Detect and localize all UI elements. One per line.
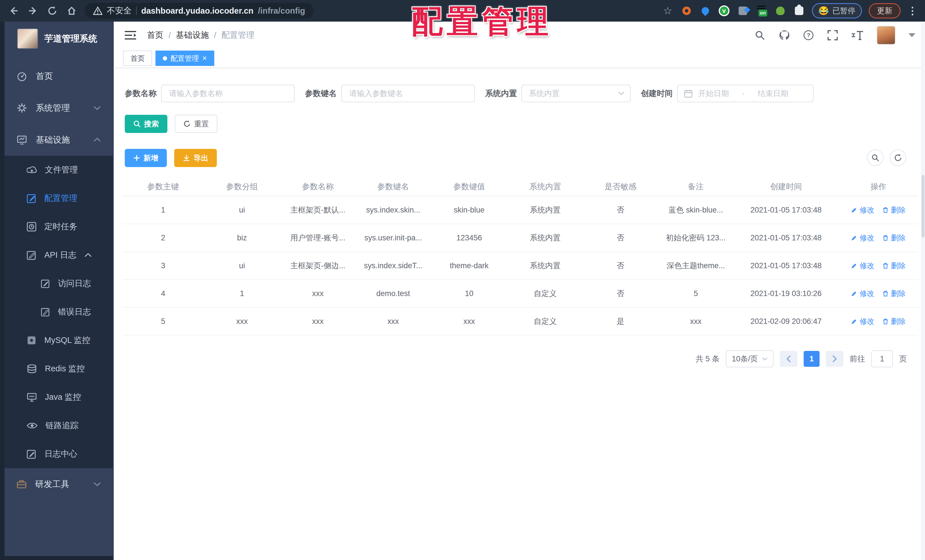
mysql-icon: [27, 336, 36, 345]
page-unit-label: 页: [899, 354, 907, 364]
delete-link[interactable]: 删除: [882, 261, 906, 271]
sidebar-item-home[interactable]: 首页: [5, 60, 113, 92]
table-row: 5xxx xxxxxx xxx自定义 是xxx 2021-02-09 20:06…: [122, 307, 918, 335]
search-icon[interactable]: [755, 30, 765, 41]
page-number-button[interactable]: 1: [804, 351, 820, 367]
sidebar-item-file-management[interactable]: 文件管理: [5, 156, 113, 184]
sidebar-item-tracing[interactable]: 链路追踪: [5, 411, 113, 440]
extension-green-check-icon[interactable]: v: [718, 5, 730, 17]
chevron-up-icon: [93, 137, 101, 142]
sidebar-item-access-log[interactable]: 访问日志: [5, 269, 113, 298]
eye-icon: [27, 422, 38, 429]
sidebar-logo[interactable]: 芋道管理系统: [5, 22, 113, 50]
system-builtin-select[interactable]: 系统内置: [521, 85, 631, 102]
chevron-down-icon: [618, 92, 624, 95]
delete-link[interactable]: 删除: [882, 289, 906, 299]
close-tab-icon[interactable]: ×: [202, 54, 207, 62]
access-log-icon: [41, 279, 50, 288]
sidebar-item-dev-tools[interactable]: 研发工具: [5, 468, 113, 500]
bookmark-star-icon[interactable]: ☆: [662, 5, 674, 17]
add-button[interactable]: 新增: [125, 149, 167, 167]
sidebar-item-redis-monitor[interactable]: Redis 监控: [5, 355, 113, 383]
tab-home[interactable]: 首页: [123, 51, 152, 66]
breadcrumb-group[interactable]: 基础设施: [176, 30, 209, 41]
tab-config-management[interactable]: 配置管理 ×: [155, 51, 214, 66]
sidebar-item-log-center[interactable]: 日志中心: [5, 440, 113, 468]
delete-link[interactable]: 删除: [882, 233, 906, 243]
browser-forward-icon[interactable]: [27, 5, 39, 17]
browser-back-icon[interactable]: [8, 5, 20, 17]
table-row: 41 xxxdemo.test 10自定义 否5 2021-01-19 03:1…: [122, 280, 918, 307]
collapse-sidebar-icon[interactable]: [124, 30, 137, 40]
edit-link[interactable]: 修改: [851, 233, 874, 243]
github-icon[interactable]: [778, 30, 790, 41]
browser-update-button[interactable]: 更新: [869, 3, 901, 18]
sidebar-item-config-management[interactable]: 配置管理: [5, 184, 113, 212]
extension-pin-icon[interactable]: [699, 5, 711, 17]
extension-orange-icon[interactable]: [681, 5, 693, 17]
security-label: 不安全: [107, 5, 131, 17]
delete-link[interactable]: 删除: [882, 205, 906, 215]
breadcrumb: 首页 / 基础设施 / 配置管理: [147, 30, 255, 41]
edit-link[interactable]: 修改: [851, 205, 874, 215]
scrollbar-thumb[interactable]: [922, 175, 924, 238]
help-icon[interactable]: ?: [803, 30, 814, 41]
extension-puzzle-icon[interactable]: [737, 5, 749, 17]
browser-reload-icon[interactable]: [46, 5, 59, 17]
delete-link[interactable]: 删除: [882, 316, 906, 327]
address-bar[interactable]: 不安全 dashboard.yudao.iocoder.cn/infra/con…: [85, 3, 314, 19]
scrollbar-track[interactable]: [921, 22, 925, 560]
paused-extension-pill[interactable]: 😂 已暂停: [812, 3, 862, 18]
toggle-search-button[interactable]: [867, 149, 883, 166]
sidebar-item-system[interactable]: 系统管理: [5, 92, 113, 124]
date-end-placeholder: 结束日期: [758, 88, 788, 99]
export-button[interactable]: 导出: [174, 149, 217, 167]
edit-square-icon: [27, 194, 36, 203]
extension-on-badge-icon[interactable]: on: [756, 5, 768, 17]
avatar[interactable]: [877, 26, 895, 45]
sidebar: 芋道管理系统 首页 系统管理 基础设施: [5, 22, 114, 560]
extensions-menu-icon[interactable]: [793, 5, 805, 17]
page-size-select[interactable]: 10条/页: [726, 350, 774, 367]
browser-menu-icon[interactable]: ⋮: [907, 5, 917, 17]
reset-button[interactable]: 重置: [175, 115, 217, 133]
refresh-icon: [183, 120, 191, 128]
next-page-button[interactable]: [826, 351, 844, 367]
app-title: 芋道管理系统: [44, 33, 97, 45]
system-builtin-label: 系统内置: [485, 88, 517, 99]
edit-link[interactable]: 修改: [851, 261, 874, 271]
table-header-row: 参数主键 参数分组 参数名称 参数键名 参数键值 系统内置 是否敏感 备注 创建…: [122, 177, 918, 196]
col-actions: 操作: [839, 177, 918, 196]
main-content: 首页 / 基础设施 / 配置管理 ?: [114, 22, 925, 560]
browser-home-icon[interactable]: [65, 5, 78, 17]
pagination: 共 5 条 10条/页 1 前往 页: [114, 350, 907, 367]
tabs-bar: 首页 配置管理 ×: [114, 49, 925, 68]
gear-icon: [17, 102, 27, 113]
user-menu-caret-icon[interactable]: [908, 33, 915, 37]
font-size-icon[interactable]: [851, 30, 863, 41]
breadcrumb-home[interactable]: 首页: [147, 30, 163, 41]
edit-link[interactable]: 修改: [851, 289, 874, 299]
fullscreen-icon[interactable]: [827, 30, 838, 41]
sidebar-item-error-log[interactable]: 错误日志: [5, 298, 113, 326]
param-key-input[interactable]: [341, 85, 475, 102]
active-tab-dot: [163, 56, 167, 60]
sidebar-item-java-monitor[interactable]: Java 监控: [5, 383, 113, 411]
sidebar-item-mysql-monitor[interactable]: MySQL 监控: [5, 326, 113, 355]
extension-grammar-icon[interactable]: [774, 5, 786, 17]
sidebar-item-api-log[interactable]: API 日志: [5, 241, 113, 269]
prev-page-button[interactable]: [780, 351, 797, 367]
error-log-icon: [41, 307, 50, 316]
refresh-table-button[interactable]: [890, 149, 906, 166]
sidebar-item-infrastructure[interactable]: 基础设施: [5, 124, 113, 156]
goto-page-input[interactable]: [871, 350, 893, 367]
briefcase-icon: [17, 479, 27, 489]
sidebar-bottom-strip: [5, 556, 113, 560]
sidebar-item-cron-jobs[interactable]: 定时任务: [5, 212, 113, 241]
param-name-input[interactable]: [161, 85, 295, 102]
search-button[interactable]: 搜索: [125, 115, 167, 133]
edit-link[interactable]: 修改: [851, 316, 874, 327]
col-param-key: 参数键名: [356, 177, 431, 196]
date-range-picker[interactable]: 开始日期 - 结束日期: [677, 85, 814, 102]
java-monitor-icon: [27, 392, 37, 402]
